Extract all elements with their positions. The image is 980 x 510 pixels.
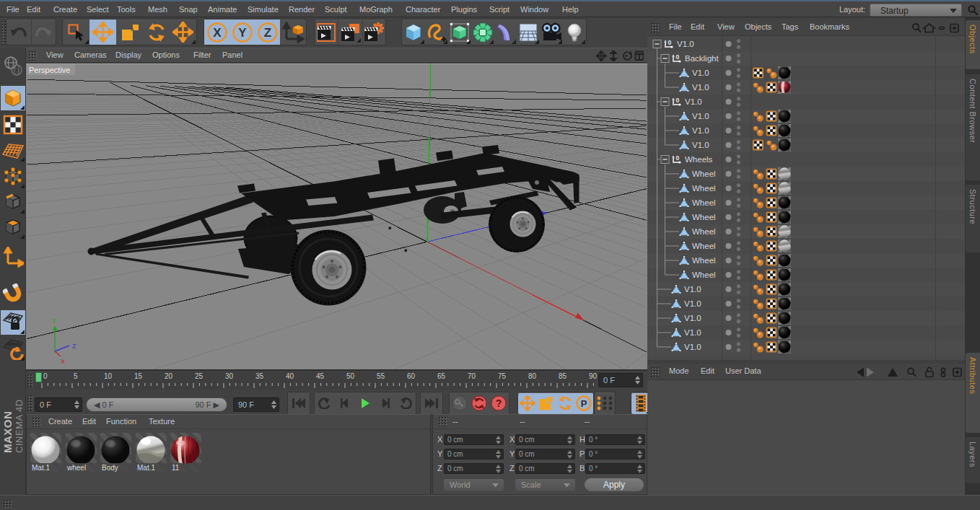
- svg-text:V1.0: V1.0: [684, 299, 701, 308]
- svg-text:Wheel: Wheel: [692, 271, 716, 279]
- svg-text:Z: Z: [263, 26, 271, 40]
- svg-text:Y: Y: [238, 26, 247, 40]
- svg-text:V1.0: V1.0: [684, 343, 701, 351]
- svg-text:Wheel: Wheel: [692, 256, 716, 265]
- svg-text:P: P: [581, 398, 587, 409]
- svg-text:Wheel: Wheel: [692, 227, 716, 236]
- svg-text:Wheel: Wheel: [692, 242, 716, 250]
- svg-text:V1.0: V1.0: [684, 314, 701, 322]
- svg-text:?: ?: [496, 397, 502, 409]
- svg-text:Y: Y: [52, 317, 56, 325]
- svg-text:V1.0: V1.0: [692, 69, 709, 77]
- svg-text:V1.0: V1.0: [692, 83, 709, 92]
- svg-text:Wheels: Wheels: [685, 155, 713, 164]
- svg-text:Wheel: Wheel: [692, 198, 716, 207]
- svg-text:V1.0: V1.0: [692, 141, 709, 149]
- svg-text:Perspective: Perspective: [29, 66, 70, 74]
- svg-text:X: X: [213, 26, 222, 40]
- svg-text:Backlight: Backlight: [685, 54, 719, 63]
- svg-text:X: X: [61, 358, 65, 365]
- svg-text:MAXON: MAXON: [1, 411, 14, 453]
- svg-text:Z: Z: [72, 343, 76, 350]
- svg-text:Wheel: Wheel: [692, 170, 716, 178]
- svg-text:V1.0: V1.0: [684, 328, 701, 337]
- svg-text:V1.0: V1.0: [692, 126, 709, 135]
- svg-text:V1.0: V1.0: [677, 40, 694, 48]
- svg-text:V1.0: V1.0: [692, 112, 709, 120]
- svg-text:Wheel: Wheel: [692, 213, 716, 221]
- svg-text:Wheel: Wheel: [692, 184, 716, 193]
- svg-text:CINEMA 4D: CINEMA 4D: [14, 399, 25, 453]
- svg-text:V1.0: V1.0: [685, 97, 702, 106]
- svg-text:V1.0: V1.0: [684, 285, 701, 294]
